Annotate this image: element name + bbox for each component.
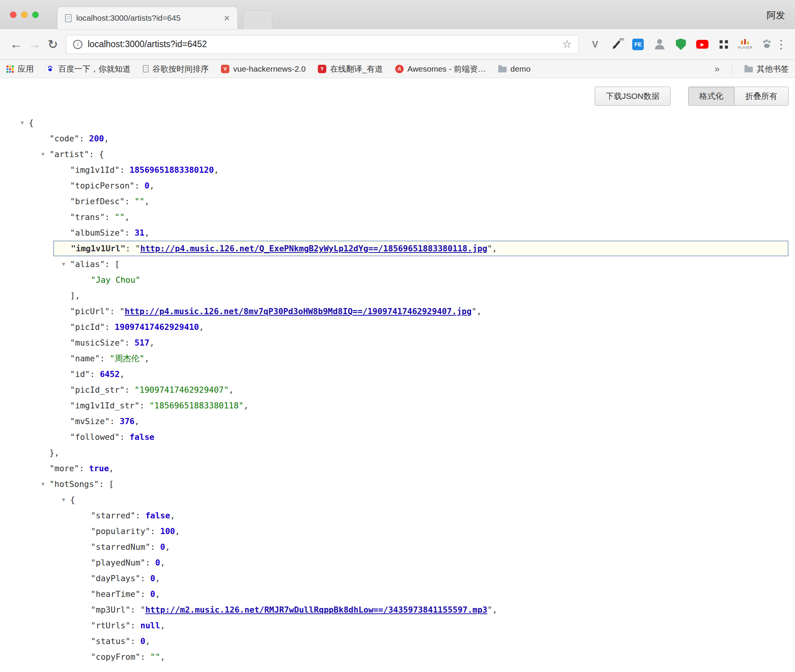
- collapse-all-button[interactable]: 折叠所有: [734, 87, 788, 106]
- back-button[interactable]: ←: [7, 37, 25, 51]
- json-token: ,: [149, 181, 154, 190]
- bookmark-apps[interactable]: 应用: [6, 64, 34, 74]
- collapse-toggle-icon[interactable]: ▼: [39, 146, 47, 162]
- json-token: "picId": [70, 322, 105, 332]
- json-token: {: [70, 495, 75, 505]
- json-token: :: [110, 416, 120, 426]
- json-link[interactable]: http://p4.music.126.net/Q_ExePNkmgB2yWyL…: [140, 244, 487, 253]
- bookmark-demo-folder[interactable]: demo: [498, 64, 531, 74]
- shield-extension-icon[interactable]: [673, 37, 689, 52]
- collapse-toggle-icon[interactable]: ▼: [59, 492, 68, 508]
- json-token: 19097417462929410: [115, 322, 199, 332]
- download-json-button[interactable]: 下载JSON数据: [595, 87, 671, 106]
- json-token: ,: [124, 212, 129, 222]
- json-token: :: [90, 369, 100, 379]
- json-line: "topicPerson": 0,: [0, 178, 795, 193]
- json-token: false: [129, 432, 154, 442]
- json-token: ,: [165, 542, 170, 552]
- bookmarks-overflow-icon[interactable]: »: [715, 64, 720, 74]
- json-token: "code": [49, 134, 79, 143]
- json-token: "": [115, 212, 125, 222]
- v-extension-icon[interactable]: V: [587, 37, 603, 52]
- json-token: ,: [144, 354, 149, 363]
- json-token: :: [79, 464, 89, 473]
- json-link[interactable]: http://m2.music.126.net/RMJR7wDullRqppBk…: [145, 605, 487, 615]
- collapse-toggle-icon[interactable]: ▼: [39, 476, 47, 492]
- address-bar[interactable]: i localhost:3000/artists?id=6452 ☆: [66, 35, 579, 54]
- json-token: : {: [89, 149, 104, 159]
- qrcode-extension-icon[interactable]: [716, 37, 731, 52]
- json-line: "starred": false,: [0, 508, 795, 523]
- json-token: ": [472, 306, 477, 316]
- json-token: :: [110, 306, 120, 316]
- bookmark-baidu[interactable]: 百度一下，你就知道: [46, 64, 131, 74]
- json-token: "Jay Chou": [91, 275, 140, 285]
- json-token: false: [145, 511, 170, 520]
- json-token: "img1v1Id": [70, 165, 119, 175]
- bookmark-youdao[interactable]: Y 在线翻译_有道: [318, 64, 383, 74]
- youtube-extension-icon[interactable]: ▶: [695, 37, 710, 52]
- json-token: "trans": [70, 212, 105, 222]
- chrome-menu-icon[interactable]: ⋮: [774, 38, 788, 51]
- browser-toolbar: ← → ↻ i localhost:3000/artists?id=6452 ☆…: [0, 29, 795, 60]
- new-tab-button[interactable]: [244, 11, 272, 29]
- json-token: 100: [160, 526, 175, 536]
- bookmark-vue-hackernews[interactable]: V vue-hackernews-2.0: [221, 64, 306, 74]
- baidu-favicon-icon: [46, 65, 54, 73]
- collapse-toggle-icon[interactable]: ▼: [18, 115, 26, 131]
- json-token: ,: [492, 605, 497, 615]
- json-token: :: [136, 511, 146, 520]
- reload-button[interactable]: ↻: [44, 37, 62, 52]
- close-window-button[interactable]: [10, 11, 16, 18]
- profile-name[interactable]: 阿发: [767, 9, 785, 21]
- json-token: ,: [109, 464, 114, 473]
- json-token: "playedNum": [91, 558, 145, 567]
- json-token: "id": [70, 369, 90, 379]
- json-link[interactable]: http://p4.music.126.net/8mv7qP30Pd3oHW8b…: [124, 306, 471, 316]
- json-token: :: [131, 605, 141, 615]
- browser-tab[interactable]: localhost:3000/artists?id=645 ×: [57, 7, 237, 29]
- paw-extension-icon[interactable]: [759, 37, 774, 52]
- player-extension-icon[interactable]: PLAYER: [738, 37, 753, 52]
- site-info-icon[interactable]: i: [73, 40, 82, 49]
- json-line: "img1v1Id": 18569651883380120,: [0, 162, 795, 178]
- collapse-toggle-icon[interactable]: ▼: [59, 256, 68, 272]
- fe-extension-icon[interactable]: FE: [630, 37, 646, 52]
- json-line: "picUrl": "http://p4.music.126.net/8mv7q…: [0, 303, 795, 319]
- translate-pen-icon[interactable]: en: [609, 37, 624, 52]
- json-token: ": [487, 244, 492, 253]
- json-token: "followed": [70, 432, 119, 442]
- json-token: :: [131, 621, 141, 630]
- json-token: :: [140, 652, 150, 662]
- minimize-window-button[interactable]: [21, 11, 28, 18]
- json-token: 0: [140, 636, 145, 646]
- json-token: {: [29, 118, 34, 128]
- json-line: "img1v1Id_str": "18569651883380118",: [0, 398, 795, 413]
- bookmark-awesomes[interactable]: A Awesomes - 前端资…: [395, 64, 486, 74]
- json-line: "id": 6452,: [0, 366, 795, 382]
- json-token: :: [134, 181, 144, 190]
- json-token: "": [134, 197, 144, 206]
- json-token: ,: [175, 526, 180, 536]
- json-token: ,: [160, 652, 165, 662]
- json-token: :: [145, 558, 155, 567]
- json-token: :: [125, 244, 135, 253]
- json-token: 376: [119, 416, 134, 426]
- extension-icons: V en FE ▶ PLAYER: [587, 37, 774, 52]
- json-token: :: [100, 354, 110, 363]
- json-token: "starredNum": [91, 542, 150, 552]
- format-button[interactable]: 格式化: [688, 87, 734, 106]
- youdao-favicon-icon: Y: [318, 65, 326, 73]
- bookmark-label: 在线翻译_有道: [330, 64, 383, 74]
- json-token: "img1v1Url": [71, 244, 125, 253]
- person-extension-icon[interactable]: [652, 37, 667, 52]
- other-bookmarks-folder[interactable]: 其他书签: [744, 64, 789, 74]
- zoom-window-button[interactable]: [32, 11, 39, 18]
- json-line: },: [0, 445, 795, 461]
- tab-close-icon[interactable]: ×: [224, 13, 230, 23]
- bookmark-google-sort[interactable]: 谷歌按时间排序: [143, 64, 209, 74]
- json-token: ": [135, 244, 140, 253]
- bookmark-star-icon[interactable]: ☆: [562, 38, 572, 51]
- json-token: "artist": [49, 149, 89, 159]
- url-text[interactable]: localhost:3000/artists?id=6452: [88, 39, 557, 49]
